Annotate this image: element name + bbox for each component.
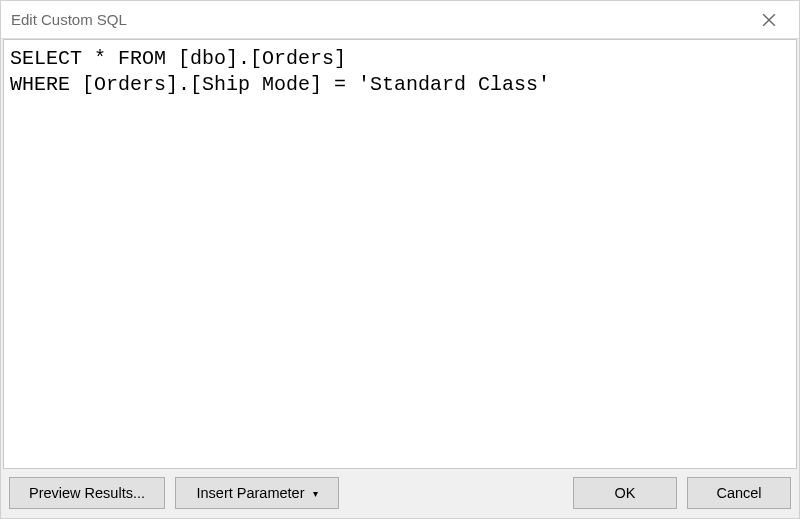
dialog-button-row: Preview Results... Insert Parameter ▾ OK… — [1, 469, 799, 517]
ok-button[interactable]: OK — [573, 477, 677, 509]
chevron-down-icon: ▾ — [313, 489, 318, 499]
preview-results-button[interactable]: Preview Results... — [9, 477, 165, 509]
close-button[interactable] — [751, 6, 787, 34]
dialog-title: Edit Custom SQL — [11, 11, 127, 28]
cancel-button[interactable]: Cancel — [687, 477, 791, 509]
close-icon — [762, 13, 776, 27]
titlebar: Edit Custom SQL — [1, 1, 799, 39]
sql-editor-container: SELECT * FROM [dbo].[Orders] WHERE [Orde… — [3, 39, 797, 469]
sql-editor[interactable]: SELECT * FROM [dbo].[Orders] WHERE [Orde… — [10, 46, 790, 462]
insert-parameter-button[interactable]: Insert Parameter ▾ — [175, 477, 339, 509]
insert-parameter-label: Insert Parameter — [197, 485, 305, 501]
